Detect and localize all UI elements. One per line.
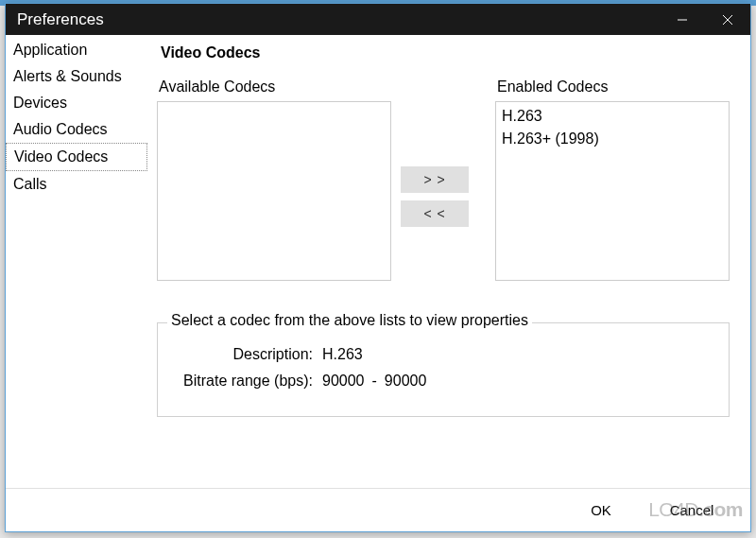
bitrate-min: 90000 xyxy=(322,373,365,390)
bitrate-separator: - xyxy=(365,373,385,390)
list-item[interactable]: H.263+ (1998) xyxy=(502,128,723,150)
codec-transfer-area: Available Codecs > > < < Enabled Codecs … xyxy=(157,78,730,296)
sidebar-item-devices[interactable]: Devices xyxy=(6,90,147,116)
titlebar: Preferences xyxy=(6,4,750,35)
close-icon xyxy=(722,14,733,26)
enabled-codecs-list[interactable]: H.263 H.263+ (1998) xyxy=(495,101,730,281)
close-button[interactable] xyxy=(705,4,750,35)
codec-details-group: Select a codec from the above lists to v… xyxy=(157,322,730,417)
description-row: Description: H.263 xyxy=(171,346,715,363)
sidebar-item-application[interactable]: Application xyxy=(6,37,147,63)
remove-codec-button[interactable]: < < xyxy=(401,200,469,227)
ok-button[interactable]: OK xyxy=(559,497,643,524)
available-codecs-list[interactable] xyxy=(157,101,391,281)
minimize-icon xyxy=(677,14,688,26)
cancel-button[interactable]: Cancel xyxy=(650,497,733,524)
sidebar-item-calls[interactable]: Calls xyxy=(6,171,147,198)
enabled-column: Enabled Codecs H.263 H.263+ (1998) xyxy=(495,78,730,296)
enabled-codecs-label: Enabled Codecs xyxy=(495,78,730,95)
window-title: Preferences xyxy=(17,10,660,29)
bitrate-row: Bitrate range (bps): 90000 - 90000 xyxy=(171,373,715,390)
add-codec-button[interactable]: > > xyxy=(401,166,469,193)
window-body: Application Alerts & Sounds Devices Audi… xyxy=(6,35,750,488)
details-legend: Select a codec from the above lists to v… xyxy=(167,312,532,329)
titlebar-controls xyxy=(660,4,750,35)
list-item[interactable]: H.263 xyxy=(502,105,723,128)
sidebar-item-audio-codecs[interactable]: Audio Codecs xyxy=(6,116,147,143)
content-pane: Video Codecs Available Codecs > > < < En… xyxy=(147,35,750,488)
preferences-window: Preferences Application Alerts & Sounds … xyxy=(5,3,751,532)
sidebar-item-alerts-sounds[interactable]: Alerts & Sounds xyxy=(6,63,147,90)
bitrate-label: Bitrate range (bps): xyxy=(171,373,322,390)
sidebar-item-video-codecs[interactable]: Video Codecs xyxy=(6,143,147,171)
transfer-buttons: > > < < xyxy=(401,78,469,296)
dialog-footer: OK Cancel xyxy=(6,488,750,531)
bitrate-max: 90000 xyxy=(385,373,427,390)
description-label: Description: xyxy=(171,346,322,363)
available-codecs-label: Available Codecs xyxy=(157,78,391,95)
description-value: H.263 xyxy=(322,346,363,363)
available-column: Available Codecs xyxy=(157,78,391,296)
content-title: Video Codecs xyxy=(157,44,730,61)
sidebar: Application Alerts & Sounds Devices Audi… xyxy=(6,35,147,488)
minimize-button[interactable] xyxy=(660,4,705,35)
